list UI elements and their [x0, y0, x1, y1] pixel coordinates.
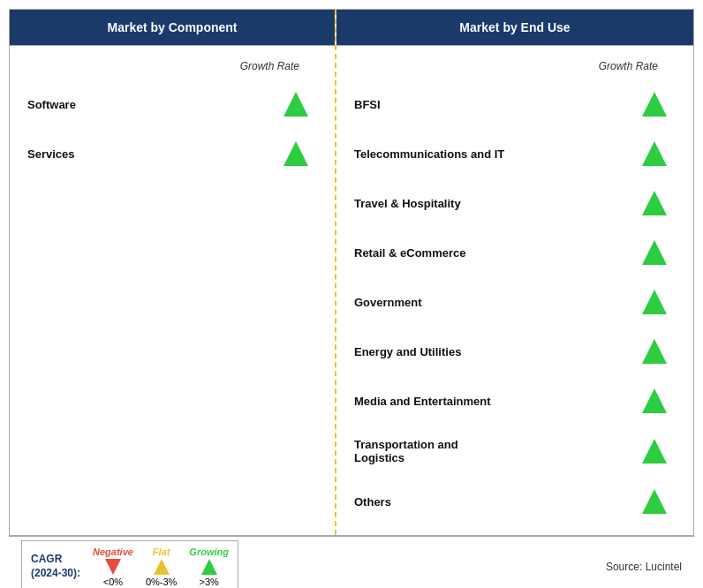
arrow-up-icon — [283, 141, 308, 166]
source-text: Source: Lucintel — [606, 561, 682, 573]
left-item-software-label: Software — [27, 98, 283, 111]
left-item-services: Services — [27, 129, 317, 178]
left-panel-content: Growth Rate Software Services — [10, 46, 335, 535]
arrow-up-icon — [283, 92, 308, 117]
right-item-retail: Retail & eCommerce — [354, 228, 676, 277]
arrow-up-icon — [642, 439, 667, 464]
right-item-transport: Transportation and Logistics — [354, 426, 676, 477]
left-panel: Market by Component Growth Rate Software… — [10, 10, 336, 535]
legend-flat-label: Flat — [153, 547, 170, 557]
right-item-travel: Travel & Hospitality — [354, 178, 676, 228]
arrow-up-icon — [642, 388, 667, 413]
left-growth-label-row: Growth Rate — [27, 60, 317, 72]
right-item-gov: Government — [354, 277, 676, 327]
arrow-up-icon — [642, 141, 667, 166]
arrow-up-icon — [642, 191, 667, 215]
arrow-up-icon — [642, 240, 667, 265]
cagr-label: CAGR (2024-30): — [31, 553, 80, 580]
arrow-green-icon — [201, 559, 217, 575]
legend-growing-range: >3% — [200, 577, 219, 587]
left-panel-header: Market by Component — [10, 10, 335, 46]
legend-growing: Growing >3% — [189, 547, 229, 587]
right-growth-label: Growth Rate — [599, 60, 658, 72]
arrow-yellow-icon — [154, 559, 170, 575]
legend-flat-range: 0%-3% — [146, 577, 177, 587]
legend-flat: Flat 0%-3% — [146, 547, 177, 587]
right-item-media: Media and Entertainment — [354, 376, 676, 426]
right-panel: Market by End Use Growth Rate BFSI Telec… — [336, 10, 693, 535]
legend-growing-label: Growing — [189, 547, 229, 557]
right-item-bfsi: BFSI — [354, 79, 676, 129]
legend-negative-range: <0% — [103, 577, 123, 587]
right-item-transport-label: Transportation and Logistics — [354, 438, 642, 464]
right-growth-label-row: Growth Rate — [354, 60, 676, 72]
left-item-services-label: Services — [27, 147, 283, 161]
right-item-telecom-label: Telecommunications and IT — [354, 147, 642, 161]
right-item-bfsi-label: BFSI — [354, 98, 642, 111]
left-item-software: Software — [27, 79, 317, 129]
right-panel-content: Growth Rate BFSI Telecommunications and … — [336, 46, 693, 535]
right-item-energy-label: Energy and Utilities — [354, 345, 642, 358]
right-item-retail-label: Retail & eCommerce — [354, 246, 642, 260]
arrow-up-icon — [642, 290, 667, 314]
arrow-down-icon — [105, 559, 121, 575]
right-item-energy: Energy and Utilities — [354, 327, 676, 376]
right-item-travel-label: Travel & Hospitality — [354, 197, 642, 210]
legend-negative-label: Negative — [93, 547, 133, 557]
page-container: Market by Component Growth Rate Software… — [0, 0, 703, 588]
left-growth-label: Growth Rate — [240, 60, 299, 72]
legend-box: CAGR (2024-30): Negative <0% Flat 0%-3% … — [21, 540, 238, 589]
right-panel-header: Market by End Use — [336, 10, 693, 46]
arrow-up-icon — [642, 489, 667, 514]
right-item-others-label: Others — [354, 495, 642, 509]
legend-negative: Negative <0% — [93, 547, 133, 587]
right-item-telecom: Telecommunications and IT — [354, 129, 676, 178]
right-item-gov-label: Government — [354, 296, 642, 309]
right-item-media-label: Media and Entertainment — [354, 395, 642, 408]
main-area: Market by Component Growth Rate Software… — [9, 9, 694, 536]
right-item-others: Others — [354, 477, 676, 526]
arrow-up-icon — [642, 92, 667, 117]
arrow-up-icon — [642, 339, 667, 364]
footer: CAGR (2024-30): Negative <0% Flat 0%-3% … — [9, 536, 694, 588]
